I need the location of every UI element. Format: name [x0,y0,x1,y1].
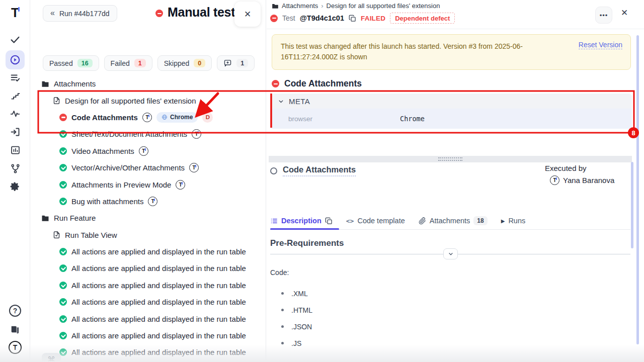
play-triangle-icon: ▶ [501,218,505,224]
detail-scrollbar-inner[interactable] [631,162,633,248]
collapse-section-button[interactable] [443,248,458,259]
tree-row-label: Code Attachments [71,113,138,122]
more-actions-button[interactable]: ••• [595,7,612,24]
test-id: @T9d4c1c01 [300,14,344,22]
library-icon[interactable] [6,320,25,339]
tree-test-row[interactable]: Video AttachmentsT [30,143,266,159]
tab-attachments[interactable]: Attachments 18 [419,216,488,225]
tree-test-row[interactable]: All actions are applied and displayed in… [30,260,266,277]
unexecuted-circle-icon[interactable] [270,167,277,174]
tree-row-label: All actions are applied and displayed in… [71,348,246,356]
settings-gear-icon[interactable] [6,177,25,196]
app-rail: T ? T [0,0,30,362]
detail-scrollbar-outer[interactable] [636,35,639,344]
folder-icon [41,80,49,87]
tree-row-label: All actions are applied and displayed in… [71,331,246,340]
tree-test-row[interactable]: Sheet/Text/Document AttachmentsT [30,126,266,142]
tree-row-label: Video Attachments [71,147,134,155]
suite-document-icon [53,231,60,239]
import-icon[interactable] [6,122,25,141]
tree-test-row[interactable]: All actions are applied and displayed in… [30,243,266,260]
milestones-stairs-icon[interactable] [6,86,25,105]
close-detail-button[interactable]: ✕ [621,8,628,18]
command-key-badge: ⌘ [42,353,61,362]
tests-check-icon[interactable] [6,30,25,49]
dependent-defect-badge[interactable]: Dependent defect [390,13,455,24]
passed-status-icon [59,315,67,323]
tree-folder-row[interactable]: Run Feature [30,210,266,226]
defect-badge: D [202,112,213,123]
paperclip-icon [419,217,426,225]
detail-tabs: Description <> Code template Attachments… [270,213,525,228]
tree-suite-row[interactable]: Design for all supported files' extensio… [30,92,266,109]
branches-git-icon[interactable] [6,159,25,178]
tree-test-row[interactable]: Attachments in Preview ModeT [30,176,266,193]
meta-value: Chrome [400,115,425,123]
filter-passed-chip[interactable]: Passed 16 [43,55,99,71]
reports-chart-icon[interactable] [6,140,25,159]
runs-play-icon[interactable] [6,50,25,69]
browser-badge: Chrome [156,112,198,123]
tree-test-row[interactable]: All actions are applied and displayed in… [30,344,266,360]
tree-test-row[interactable]: Vector/Archive/Other AttachmentsT [30,159,266,176]
filter-failed-chip[interactable]: Failed 1 [104,55,152,71]
meta-header[interactable]: META [272,94,632,109]
tab-runs[interactable]: ▶ Runs [501,217,526,225]
tree-test-row[interactable]: All actions are applied and displayed in… [30,277,266,294]
tree-folder-row[interactable]: Attachments [30,75,266,92]
filter-skipped-chip[interactable]: Skipped 0 [157,55,212,71]
test-header-line: Test @T9d4c1c01 FAILED Dependent defect [270,13,455,24]
test-title-row: Code Attachments [272,78,362,89]
failed-status-icon [59,114,67,121]
tree-test-row[interactable]: Bug with attachmentsT [30,193,266,210]
filter-comments-chip[interactable]: 1 [217,55,255,71]
plans-list-check-icon[interactable] [6,68,25,87]
bullet-icon [281,342,284,344]
code-extension-item: .JS [270,335,312,351]
tree-test-row[interactable]: Code AttachmentsTChromeD [30,109,266,126]
tree-row-label: Run Table View [65,231,117,239]
tab-code-template[interactable]: <> Code template [346,217,405,225]
failed-icon [272,80,279,87]
meta-title: META [289,97,310,106]
test-label: Test [282,14,295,22]
breadcrumb-separator: › [321,2,323,10]
comments-count-badge: 1 [236,59,248,67]
reset-version-link[interactable]: Reset Version [579,41,622,49]
tree-test-row[interactable]: All actions are applied and displayed in… [30,310,266,327]
tab-description[interactable]: Description [270,217,333,225]
copy-test-id-icon[interactable] [349,15,356,22]
copy-description-icon[interactable] [325,217,333,225]
assignee-avatar: T [148,197,157,206]
code-label: Code: [270,268,289,277]
status-filter-chips: Passed 16 Failed 1 Skipped 0 1 [43,55,255,71]
tree-suite-row[interactable]: Run Table View [30,227,266,243]
folder-icon [41,215,49,221]
close-run-panel-button[interactable]: ✕ [234,2,261,27]
passed-status-icon [59,147,67,155]
resize-splitter[interactable] [269,156,632,162]
app-logo[interactable]: T [6,3,25,22]
tree-test-row[interactable]: All actions are applied and displayed in… [30,294,266,310]
code-extension-item: .HTML [270,302,312,318]
code-icon: <> [346,217,354,225]
help-icon[interactable]: ? [6,301,25,320]
passed-status-icon [59,248,67,255]
breadcrumb: Attachments › Design for all supported f… [272,2,440,10]
test-title: Code Attachments [284,78,362,89]
suite-document-icon [53,97,60,105]
step-section-row: Code Attachments [270,165,356,176]
breadcrumb-root[interactable]: Attachments [282,2,318,10]
grip-dots-icon [438,157,462,161]
tree-row-label: All actions are applied and displayed in… [71,264,246,273]
tree-row-label: Vector/Archive/Other Attachments [71,163,185,172]
testomat-avatar-icon[interactable]: T [6,338,25,357]
run-back-button[interactable]: « Run #44b177dd [43,5,117,22]
assignee-avatar: T [176,180,185,190]
step-title-link[interactable]: Code Attachments [283,165,356,176]
assignee-avatar: T [142,113,152,122]
pulse-activity-icon[interactable] [6,104,25,123]
tree-row-label: All actions are applied and displayed in… [71,247,246,256]
tree-test-row[interactable]: All actions are applied and displayed in… [30,327,266,344]
run-button-label: Run #44b177dd [59,10,110,18]
